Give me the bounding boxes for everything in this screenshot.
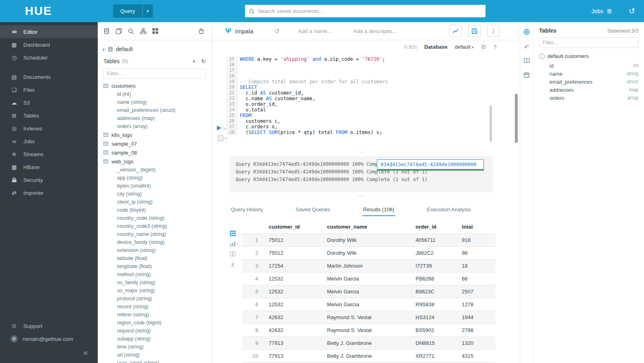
assist-search-icon[interactable] <box>128 28 134 34</box>
new-query-dropdown-caret[interactable]: ▾ <box>142 4 153 18</box>
assist-table-k8s-logs[interactable]: k8s_logs <box>103 130 212 139</box>
schema-column-email-preferences[interactable]: email_preferencesstruct <box>539 78 638 86</box>
sidebar-item-s3[interactable]: ☁S3 <box>0 96 98 109</box>
code-line-22[interactable]: 22 c.name AS customer_name, <box>226 96 494 101</box>
assist-column[interactable]: record (string) <box>103 303 212 311</box>
search-input[interactable] <box>258 8 481 14</box>
sidebar-collapse-button[interactable]: « <box>83 349 88 357</box>
assist-column[interactable]: app (string) <box>103 174 212 182</box>
documents-assist-icon[interactable] <box>116 28 122 34</box>
language-reference-icon[interactable] <box>524 58 530 63</box>
code-line-19[interactable]: 19-- Compute total amount per order for … <box>226 79 494 85</box>
functions-panel-icon[interactable]: x² <box>525 44 529 49</box>
jobs-button[interactable]: Jobs ≣ <box>591 7 612 15</box>
assist-column[interactable]: addresses (map) <box>103 114 212 122</box>
assist-column[interactable]: code (tinyint) <box>103 206 212 214</box>
tab-results-106[interactable]: Results (106) <box>362 203 395 216</box>
assist-column[interactable]: subapp (string) <box>103 335 212 343</box>
databases-source-icon[interactable] <box>103 28 110 34</box>
sql-code-editor[interactable]: 15WHERE a.key = 'shipping' and a.zip_cod… <box>226 56 494 135</box>
query-description-input[interactable] <box>353 28 401 34</box>
result-row[interactable]: 512532Melvin GarciaB8623C2507 <box>242 285 496 298</box>
assist-column[interactable]: referer (string) <box>103 311 212 319</box>
sidebar-item-tables[interactable]: ⊞Tables <box>0 109 98 122</box>
assist-column[interactable]: time (string) <box>103 343 212 351</box>
assist-column[interactable]: region_code (bigint) <box>103 319 212 327</box>
snippet-kebab-menu-button[interactable]: ⋮ <box>487 25 500 37</box>
sidebar-item-indexes[interactable]: ◎Indexes <box>0 122 98 135</box>
assist-filter-input[interactable] <box>103 68 206 79</box>
breadcrumb-back-chevron[interactable]: ‹ <box>103 45 105 53</box>
code-line-15[interactable]: 15WHERE a.key = 'shipping' and a.zip_cod… <box>226 56 494 62</box>
sidebar-item-dashboard[interactable]: ▦Dashboard <box>0 38 98 51</box>
log-resize-handle-top[interactable]: ⋯ <box>349 150 373 153</box>
assist-table-sample-07[interactable]: sample_07 <box>103 139 212 148</box>
assist-column[interactable]: longitude (float) <box>103 262 212 270</box>
right-assist-filter-input[interactable] <box>539 37 638 48</box>
results-header-customer-name[interactable]: customer_name <box>324 220 412 234</box>
assist-column[interactable]: country_code (string) <box>103 214 212 222</box>
snippet-options-button[interactable] <box>218 135 224 141</box>
apps-grid-icon[interactable] <box>152 28 158 34</box>
sidebar-item-streams[interactable]: ≋Streams <box>0 148 98 161</box>
assist-column[interactable]: orders (array) <box>103 122 212 130</box>
chart-view-button[interactable] <box>449 25 462 37</box>
code-line-28[interactable]: 28 (SELECT SUM(price * qty) total FROM o… <box>226 130 494 135</box>
execute-query-button[interactable]: ▶ <box>217 124 222 130</box>
breadcrumb-database-name[interactable]: default <box>116 46 133 52</box>
query-history-icon[interactable]: ↺ <box>629 6 635 16</box>
sidebar-item-security[interactable]: Security <box>0 173 98 186</box>
assist-table-web-logs[interactable]: web_logs <box>103 157 212 166</box>
assist-column[interactable]: latitude (float) <box>103 254 212 262</box>
editor-scrollbar[interactable] <box>490 105 492 142</box>
schema-column-name[interactable]: namestring <box>539 70 638 78</box>
sidebar-item-files[interactable]: ❏Files <box>0 83 98 96</box>
code-line-16[interactable]: 16 <box>226 62 494 68</box>
code-line-25[interactable]: 25FROM <box>226 113 494 118</box>
result-row[interactable]: 1077913Betty J. GiambroneXR27714315 <box>242 350 496 363</box>
result-row[interactable]: 175012Dorothy Wilk4056711918 <box>242 234 496 247</box>
code-line-23[interactable]: 23 o.order_id, <box>226 101 494 107</box>
assist-column[interactable]: protocol (string) <box>103 295 212 303</box>
assist-column[interactable]: url (string) <box>103 351 212 359</box>
code-line-20[interactable]: 20SELECT <box>226 85 494 90</box>
grid-view-button[interactable] <box>230 231 236 236</box>
code-line-21[interactable]: 21 c.id AS customer_id, <box>226 90 494 96</box>
sidebar-item-hbase[interactable]: ▩HBase <box>0 161 98 173</box>
assist-column[interactable]: email_preferences (struct) <box>103 106 212 114</box>
snippet-history-icon[interactable]: ↺ <box>274 27 280 35</box>
database-select[interactable]: default▾ <box>455 44 474 50</box>
result-row[interactable]: 977913Betty J. GiambroneDN88151320 <box>242 337 496 350</box>
schema-column-orders[interactable]: ordersarray <box>539 94 638 102</box>
assist-column[interactable]: name (string) <box>103 98 212 106</box>
new-query-button[interactable]: Query <box>113 4 142 18</box>
sidebar-item-documents[interactable]: ▤Documents <box>0 70 98 83</box>
query-id-link[interactable]: 034d413ec7474ed5:4249de1000000000 <box>377 159 484 169</box>
assist-column[interactable]: request (string) <box>103 327 212 335</box>
result-row[interactable]: 742632Raymond S. VestalHS31241944 <box>242 311 496 324</box>
chart-view-toggle[interactable]: ▾ <box>230 241 238 246</box>
add-table-button[interactable]: + <box>192 58 195 64</box>
code-line-24[interactable]: 24 v.total <box>226 107 494 113</box>
assist-column[interactable]: os_major (string) <box>103 287 212 295</box>
download-results-button[interactable] <box>230 262 235 267</box>
assist-column[interactable]: country_code3 (string) <box>103 222 212 230</box>
columns-list-button[interactable] <box>230 252 235 256</box>
result-row[interactable]: 612532Melvin GarciaR9S8381278 <box>242 298 496 311</box>
code-line-27[interactable]: 27 c.orders o, <box>226 124 494 130</box>
tab-execution-analysis[interactable]: Execution Analysis <box>426 203 471 216</box>
assist-toggle-icon[interactable]: ◎ <box>523 28 530 35</box>
sidebar-item-scheduler[interactable]: ◷Scheduler <box>0 51 98 64</box>
assist-column[interactable]: method (string) <box>103 270 212 278</box>
hue-logo[interactable]: HUE <box>0 0 98 22</box>
result-row[interactable]: 317254Martin JohnsonI72T3918 <box>242 260 496 272</box>
refresh-tables-button[interactable]: ↻ <box>201 58 206 64</box>
help-icon[interactable]: ? <box>494 44 497 50</box>
query-name-input[interactable] <box>298 28 336 34</box>
tab-saved-queries[interactable]: Saved Queries <box>295 203 331 216</box>
sidebar-item-user[interactable]: R romain@gethue.com <box>0 332 98 345</box>
log-resize-handle-bottom[interactable]: ⋯ <box>349 194 373 197</box>
snippet-settings-gear-icon[interactable]: ⚙ <box>481 43 486 51</box>
sidebar-item-support[interactable]: ⊙ Support <box>0 320 98 332</box>
execute-options-caret[interactable]: ▾ <box>224 127 226 131</box>
